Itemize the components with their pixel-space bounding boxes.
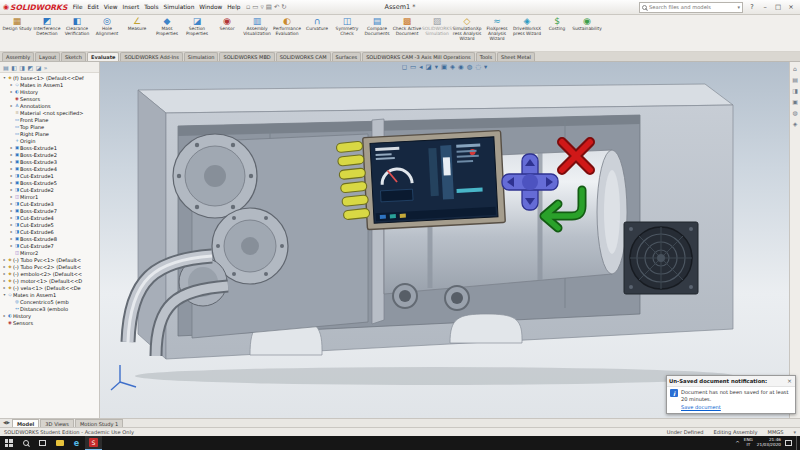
measure-button[interactable]: ∠ Measure	[122, 16, 152, 51]
command-tab[interactable]: Simulation	[184, 52, 219, 61]
apply-scene-icon[interactable]: ◌	[475, 63, 481, 72]
hide-show-items-icon[interactable]: ◉	[458, 63, 464, 72]
menu-item[interactable]: Help	[225, 4, 243, 10]
new-icon[interactable]: ▫	[246, 3, 250, 11]
3d-assembly-model[interactable]	[100, 62, 789, 418]
history-folder[interactable]: ▸ ◐ History	[0, 88, 99, 95]
command-tab[interactable]: Assembly	[2, 52, 34, 61]
language-indicator[interactable]: ENG IT	[744, 438, 753, 448]
menu-item[interactable]: Insert	[120, 4, 142, 10]
feature-cut-extrude6[interactable]: ▸ ◨ Cut-Extrude6	[0, 228, 99, 235]
command-tab[interactable]: Sheet Metal	[497, 52, 535, 61]
component-embolo[interactable]: ▸ ◆ (-) embolo<2> (Default<<	[0, 270, 99, 277]
model-tab[interactable]: 3D Views	[40, 419, 74, 427]
feature-boss-extrude3[interactable]: ▸ ▣ Boss-Extrude3	[0, 158, 99, 165]
menu-item[interactable]: Tools	[142, 4, 161, 10]
help-icon[interactable]: ?	[746, 2, 758, 13]
command-tab[interactable]: SOLIDWORKS MBD	[219, 52, 274, 61]
zoom-fit-icon[interactable]: ◻	[402, 63, 407, 72]
symmetry-check-button[interactable]: ◫ Symmetry Check	[332, 16, 362, 51]
maximize-button[interactable]: □	[772, 2, 784, 13]
compare-documents-button[interactable]: ▤ Compare Documents	[362, 16, 392, 51]
mate-distance3[interactable]: ↔ Distance3 (embolo	[0, 305, 99, 312]
rebuild-icon[interactable]: ↻	[281, 3, 286, 11]
custom-toolbar-icon[interactable]: ▾	[793, 429, 796, 435]
assembly-mates-folder[interactable]: ▾ ◇ Mates in Assem1	[0, 291, 99, 298]
solidworks-app-icon[interactable]: S	[85, 436, 102, 450]
menu-item[interactable]: File	[70, 4, 85, 10]
command-tab[interactable]: Layout	[35, 52, 60, 61]
annotations-folder[interactable]: ▸ A Annotations	[0, 102, 99, 109]
menu-item[interactable]: Simulation	[161, 4, 197, 10]
search-dropdown-icon[interactable]: ▾	[737, 4, 740, 10]
save-document-link[interactable]: Save document	[667, 403, 795, 413]
graphics-viewport[interactable]: ◻▭◂◪▾▣◈◉◍◌▾	[100, 62, 789, 418]
tab-scroll-right-icon[interactable]: ▶	[6, 420, 9, 425]
feature-boss-extrude5[interactable]: ▸ ▣ Boss-Extrude5	[0, 179, 99, 186]
command-tab[interactable]: Evaluate	[87, 52, 119, 61]
feature-mirror1[interactable]: ▸ ◫ Mirror1	[0, 193, 99, 200]
component-motor[interactable]: ▸ ◆ (-) motor<1> (Default<<D	[0, 277, 99, 284]
open-icon[interactable]: ▭	[252, 3, 258, 11]
section-dropdown-icon[interactable]: ▾	[435, 63, 438, 72]
hole-alignment-button[interactable]: ◎ Hole Alignment	[92, 16, 122, 51]
history-folder-2[interactable]: ▸ ◐ History	[0, 312, 99, 319]
▤[interactable]: ▤	[3, 64, 9, 71]
menu-item[interactable]: Edit	[85, 4, 101, 10]
front-plane-item[interactable]: ▭ Front Plane	[0, 116, 99, 123]
view-settings-icon[interactable]: ▾	[484, 63, 487, 72]
◨[interactable]: ◨	[19, 64, 25, 71]
previous-view-icon[interactable]: ◂	[419, 63, 422, 72]
◪[interactable]: ◪	[36, 64, 42, 71]
driveworksxpress-wizard-button[interactable]: ◈ DriveWorksXpress Wizard	[512, 16, 542, 51]
component-tubo-pvc-1[interactable]: ▸ ◆ (-) Tubo Pvc<1> (Default<	[0, 256, 99, 263]
file-explorer-icon[interactable]	[51, 436, 68, 450]
menu-item[interactable]: View	[101, 4, 120, 10]
material-item[interactable]: ≡ Material <not specified>	[0, 109, 99, 116]
sensors-folder-2[interactable]: ◉ Sensors	[0, 319, 99, 326]
feature-mirror2[interactable]: ◫ Mirror2	[0, 249, 99, 256]
»[interactable]: »	[44, 64, 48, 71]
clearance-verification-button[interactable]: ◧ Clearance Verification	[62, 16, 92, 51]
search-box[interactable]: ▾	[639, 2, 743, 13]
view-orientation-icon[interactable]: ▣	[441, 63, 447, 72]
custom-properties-icon[interactable]: ◈	[793, 120, 798, 127]
interference-detection-button[interactable]: ◩ Interference Detection	[32, 16, 62, 51]
component-base[interactable]: ▾ ◆ (f) base<1> (Default<<Def	[0, 74, 99, 81]
floxpress-wizard-button[interactable]: ≈ FloXpress Analysis Wizard	[482, 16, 512, 51]
section-view-icon[interactable]: ◪	[425, 63, 431, 72]
command-tab[interactable]: SOLIDWORKS CAM	[276, 52, 331, 61]
feature-cut-extrude1[interactable]: ▸ ◨ Cut-Extrude1	[0, 172, 99, 179]
edge-browser-icon[interactable]: e	[68, 436, 85, 450]
feature-boss-extrude4[interactable]: ▸ ▣ Boss-Extrude4	[0, 165, 99, 172]
costing-button[interactable]: $ Costing	[542, 16, 572, 51]
feature-boss-extrude2[interactable]: ▸ ▣ Boss-Extrude2	[0, 151, 99, 158]
mass-properties-button[interactable]: ◆ Mass Properties	[152, 16, 182, 51]
view-palette-icon[interactable]: ▣	[792, 98, 798, 105]
popup-close-button[interactable]: ×	[786, 377, 793, 384]
right-plane-item[interactable]: ▭ Right Plane	[0, 130, 99, 137]
curvature-button[interactable]: ∩ Curvature	[302, 16, 332, 51]
close-button[interactable]: ×	[785, 2, 797, 13]
save-icon[interactable]: ▿	[260, 3, 263, 11]
check-active-document-button[interactable]: ▩ Check Active Document	[392, 16, 422, 51]
zoom-area-icon[interactable]: ▭	[410, 63, 416, 72]
command-tab[interactable]: SOLIDWORKS Add-Ins	[120, 52, 182, 61]
appearances-icon[interactable]: ◍	[792, 109, 797, 116]
start-button[interactable]	[0, 436, 17, 450]
feature-cut-extrude7[interactable]: ▸ ◨ Cut-Extrude7	[0, 242, 99, 249]
section-properties-button[interactable]: ◪ Section Properties	[182, 16, 212, 51]
mate-concentric5[interactable]: ◎ Concentrico5 (emb	[0, 298, 99, 305]
show-desktop-button[interactable]	[796, 436, 799, 450]
feature-boss-extrude7[interactable]: ▸ ▣ Boss-Extrude7	[0, 207, 99, 214]
task-view-button[interactable]	[34, 436, 51, 450]
command-tab[interactable]: SOLIDWORKS CAM -3 Axis Mill Operations	[362, 52, 475, 61]
feature-cut-extrude5[interactable]: ▸ ◨ Cut-Extrude5	[0, 221, 99, 228]
cooling-fan[interactable]	[624, 222, 698, 294]
simulationxpress-wizard-button[interactable]: ◇ SimulationXpress Analysis Wizard	[452, 16, 482, 51]
sustainability-button[interactable]: ◉ Sustainability	[572, 16, 602, 51]
taskbar-search-button[interactable]	[17, 436, 34, 450]
sensor-button[interactable]: ◉ Sensor	[212, 16, 242, 51]
solidworks-simulation-button[interactable]: ▨ SOLIDWORKS Simulation	[422, 16, 452, 51]
sensors-folder[interactable]: ◉ Sensors	[0, 95, 99, 102]
